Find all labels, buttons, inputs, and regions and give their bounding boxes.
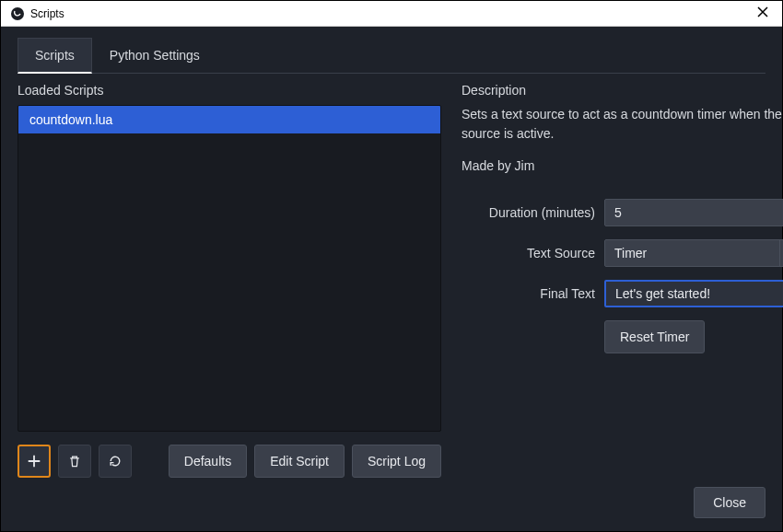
tab-bar: Scripts Python Settings (18, 38, 765, 74)
script-log-button[interactable]: Script Log (352, 445, 441, 478)
remove-script-button[interactable] (58, 445, 91, 478)
final-text-label: Final Text (462, 286, 604, 301)
loaded-scripts-list[interactable]: countdown.lua (18, 105, 441, 432)
tab-python-settings[interactable]: Python Settings (92, 38, 217, 74)
duration-spinbox[interactable]: ˄ ˅ (604, 199, 783, 226)
edit-script-button[interactable]: Edit Script (254, 445, 345, 478)
text-source-select[interactable]: Timer (604, 239, 783, 267)
loaded-scripts-label: Loaded Scripts (18, 83, 441, 98)
add-script-button[interactable] (18, 445, 51, 478)
window-close-button[interactable] (753, 6, 773, 22)
defaults-button[interactable]: Defaults (169, 445, 247, 478)
scripts-window: Scripts Scripts Python Settings Loaded S… (0, 0, 783, 532)
close-button[interactable]: Close (694, 487, 765, 518)
trash-icon (67, 454, 82, 468)
tab-scripts[interactable]: Scripts (18, 38, 92, 74)
description-label: Description (462, 83, 783, 98)
svg-point-0 (11, 7, 24, 20)
titlebar: Scripts (1, 1, 782, 27)
content-area: Scripts Python Settings Loaded Scripts c… (1, 27, 782, 531)
plus-icon (26, 453, 42, 469)
text-source-value: Timer (605, 246, 779, 260)
reset-timer-button[interactable]: Reset Timer (604, 320, 705, 353)
app-icon (10, 6, 25, 21)
text-source-label: Text Source (462, 246, 604, 260)
final-text-input[interactable] (604, 280, 783, 307)
reload-scripts-button[interactable] (99, 445, 132, 478)
window-title: Scripts (30, 7, 753, 20)
chevron-down-icon[interactable] (779, 240, 783, 266)
list-item[interactable]: countdown.lua (18, 106, 440, 133)
duration-label: Duration (minutes) (462, 205, 604, 220)
duration-input[interactable] (605, 205, 783, 220)
reload-icon (108, 454, 123, 468)
description-author: Made by Jim (462, 158, 783, 173)
description-text: Sets a text source to act as a countdown… (462, 105, 783, 144)
